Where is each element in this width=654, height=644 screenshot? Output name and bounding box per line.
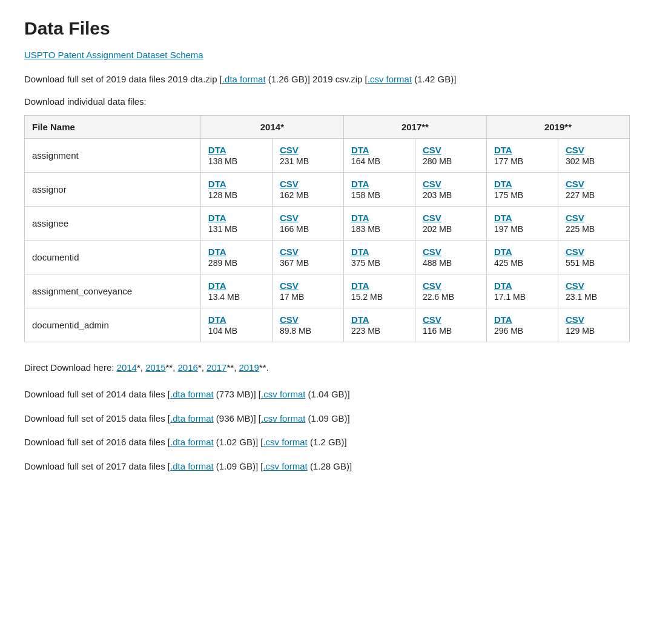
documentid-y2017-csv-size: 488 MB: [423, 258, 479, 268]
assignment-y2014-csv-link[interactable]: CSV: [280, 145, 336, 155]
ds-2015-csv-size: (1.09 GB)]: [305, 413, 349, 423]
direct-download-2016[interactable]: 2016: [178, 362, 198, 373]
assignee-y2014-dta-size: 131 MB: [208, 224, 265, 234]
ds-2016-csv-size: (1.2 GB)]: [308, 437, 347, 447]
download-2019-text-after: (1.42 GB)]: [412, 74, 456, 84]
ds-2016-csv-link[interactable]: .csv format: [263, 437, 307, 447]
assignment_conveyance-y2014-dta-link[interactable]: DTA: [208, 281, 265, 291]
assignee-y2017-csv-size: 202 MB: [423, 224, 479, 234]
assignor-y2017-csv-size: 203 MB: [423, 190, 479, 200]
assignment_conveyance-y2017-csv-link[interactable]: CSV: [423, 281, 479, 291]
assignment_conveyance-y2014-csv-link[interactable]: CSV: [280, 281, 336, 291]
col-header-2017: 2017**: [343, 116, 486, 139]
assignee-y2017-csv-cell: CSV202 MB: [415, 207, 486, 241]
documentid_admin-y2014-csv-link[interactable]: CSV: [280, 314, 336, 325]
assignor-y2014-dta-link[interactable]: DTA: [208, 179, 265, 189]
documentid-y2017-dta-link[interactable]: DTA: [351, 247, 408, 257]
documentid-y2014-dta-cell: DTA289 MB: [200, 241, 272, 274]
documentid-y2017-csv-cell: CSV488 MB: [415, 241, 486, 274]
assignor-y2017-csv-link[interactable]: CSV: [423, 179, 479, 189]
assignment-y2014-dta-link[interactable]: DTA: [208, 145, 265, 155]
dd-2014-suffix: *,: [137, 362, 145, 373]
documentid_admin-y2017-dta-size: 223 MB: [351, 326, 408, 336]
documentid-y2019-dta-link[interactable]: DTA: [494, 247, 550, 257]
download-2019-full: Download full set of 2019 data files 201…: [24, 72, 630, 87]
ds-2015-csv-link[interactable]: .csv format: [261, 413, 305, 423]
assignment_conveyance-y2017-dta-link[interactable]: DTA: [351, 281, 408, 291]
ds-2017-csv-link[interactable]: .csv format: [263, 461, 307, 471]
assignment_conveyance-y2014-csv-size: 17 MB: [280, 292, 336, 302]
col-header-filename: File Name: [25, 116, 201, 139]
table-row: assignment_conveyanceDTA13.4 MBCSV17 MBD…: [25, 274, 630, 308]
assignment-y2019-dta-cell: DTA177 MB: [486, 139, 558, 173]
direct-download-2015[interactable]: 2015: [145, 362, 165, 373]
documentid_admin-y2014-csv-cell: CSV89.8 MB: [272, 308, 343, 342]
documentid-y2014-csv-cell: CSV367 MB: [272, 241, 343, 274]
direct-download-2019[interactable]: 2019: [239, 362, 259, 373]
assignment-y2019-dta-link[interactable]: DTA: [494, 145, 550, 155]
col-header-2019: 2019**: [486, 116, 629, 139]
assignor-y2019-dta-link[interactable]: DTA: [494, 179, 550, 189]
assignee-y2019-dta-cell: DTA197 MB: [486, 207, 558, 241]
download-2019-csv-link[interactable]: .csv format: [368, 74, 412, 84]
assignment_conveyance-y2017-dta-size: 15.2 MB: [351, 292, 408, 302]
assignment_conveyance-y2019-csv-size: 23.1 MB: [566, 292, 622, 302]
assignor-y2017-dta-size: 158 MB: [351, 190, 408, 200]
file-name-cell: assignor: [25, 173, 201, 207]
assignor-y2019-csv-link[interactable]: CSV: [566, 179, 622, 189]
assignment_conveyance-y2014-dta-size: 13.4 MB: [208, 292, 265, 302]
ds-2017-dta-link[interactable]: .dta format: [170, 461, 214, 471]
ds-2015-dta-link[interactable]: .dta format: [170, 413, 214, 423]
assignee-y2014-dta-link[interactable]: DTA: [208, 213, 265, 223]
ds-2016-dta-size: (1.02 GB)] [: [214, 437, 263, 447]
assignor-y2014-csv-link[interactable]: CSV: [280, 179, 336, 189]
file-name-cell: documentid: [25, 241, 201, 274]
documentid-y2014-csv-link[interactable]: CSV: [280, 247, 336, 257]
assignee-y2019-dta-link[interactable]: DTA: [494, 213, 550, 223]
documentid_admin-y2019-dta-link[interactable]: DTA: [494, 314, 550, 325]
assignment_conveyance-y2017-csv-cell: CSV22.6 MB: [415, 274, 486, 308]
documentid-y2017-csv-link[interactable]: CSV: [423, 247, 479, 257]
assignee-y2017-dta-size: 183 MB: [351, 224, 408, 234]
assignee-y2014-csv-link[interactable]: CSV: [280, 213, 336, 223]
documentid_admin-y2014-dta-link[interactable]: DTA: [208, 314, 265, 325]
col-header-2014: 2014*: [200, 116, 343, 139]
assignment_conveyance-y2019-dta-link[interactable]: DTA: [494, 281, 550, 291]
documentid-y2014-dta-size: 289 MB: [208, 258, 265, 268]
download-2019-dta-link[interactable]: .dta format: [222, 74, 266, 84]
assignee-y2019-csv-cell: CSV225 MB: [558, 207, 629, 241]
ds-2014-csv-size: (1.04 GB)]: [305, 389, 349, 399]
assignee-y2014-csv-size: 166 MB: [280, 224, 336, 234]
ds-2016-dta-link[interactable]: .dta format: [170, 437, 214, 447]
assignee-y2017-dta-link[interactable]: DTA: [351, 213, 408, 223]
ds-2014-csv-link[interactable]: .csv format: [261, 389, 305, 399]
documentid-y2019-csv-cell: CSV551 MB: [558, 241, 629, 274]
documentid-y2019-csv-link[interactable]: CSV: [566, 247, 622, 257]
assignor-y2014-dta-size: 128 MB: [208, 190, 265, 200]
assignment-y2019-csv-size: 302 MB: [566, 156, 622, 166]
assignee-y2017-dta-cell: DTA183 MB: [343, 207, 415, 241]
assignee-y2017-csv-link[interactable]: CSV: [423, 213, 479, 223]
assignment-y2017-csv-link[interactable]: CSV: [423, 145, 479, 155]
download-set-2014: Download full set of 2014 data files [.d…: [24, 387, 630, 402]
documentid_admin-y2017-csv-link[interactable]: CSV: [423, 314, 479, 325]
assignment-y2017-dta-cell: DTA164 MB: [343, 139, 415, 173]
direct-download-2014[interactable]: 2014: [117, 362, 137, 373]
schema-link[interactable]: USPTO Patent Assignment Dataset Schema: [24, 50, 630, 60]
download-set-2017: Download full set of 2017 data files [.d…: [24, 459, 630, 474]
assignment-y2019-csv-link[interactable]: CSV: [566, 145, 622, 155]
documentid-y2014-dta-link[interactable]: DTA: [208, 247, 265, 257]
assignee-y2019-csv-link[interactable]: CSV: [566, 213, 622, 223]
table-row: assigneeDTA131 MBCSV166 MBDTA183 MBCSV20…: [25, 207, 630, 241]
documentid_admin-y2019-csv-link[interactable]: CSV: [566, 314, 622, 325]
documentid_admin-y2019-dta-cell: DTA296 MB: [486, 308, 558, 342]
documentid_admin-y2017-csv-size: 116 MB: [423, 326, 479, 336]
assignment_conveyance-y2019-csv-link[interactable]: CSV: [566, 281, 622, 291]
ds-2014-dta-link[interactable]: .dta format: [170, 389, 214, 399]
assignor-y2017-dta-link[interactable]: DTA: [351, 179, 408, 189]
assignment-y2017-dta-link[interactable]: DTA: [351, 145, 408, 155]
assignment-y2019-csv-cell: CSV302 MB: [558, 139, 629, 173]
assignment-y2014-dta-size: 138 MB: [208, 156, 265, 166]
direct-download-2017[interactable]: 2017: [206, 362, 226, 373]
documentid_admin-y2017-dta-link[interactable]: DTA: [351, 314, 408, 325]
